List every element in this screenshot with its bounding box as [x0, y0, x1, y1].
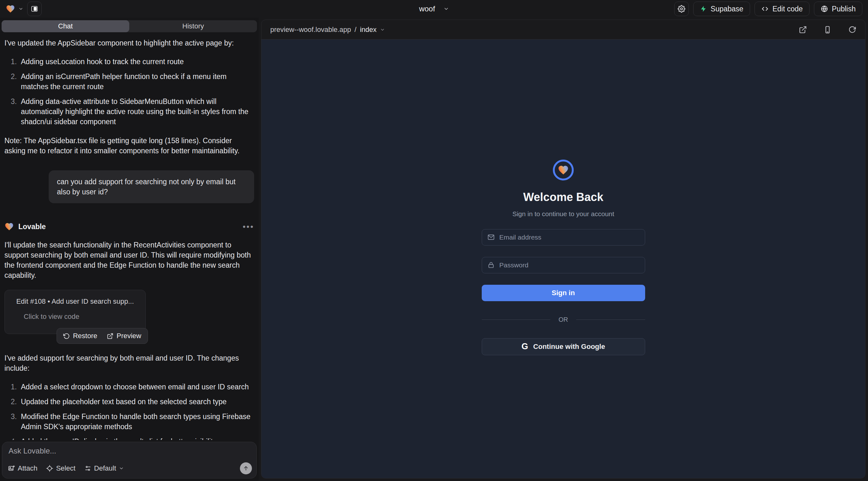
publish-label: Publish — [832, 5, 856, 13]
google-g-icon: G — [522, 342, 528, 351]
more-options-icon[interactable]: ••• — [243, 225, 254, 228]
or-divider: OR — [482, 316, 645, 323]
email-field — [482, 229, 645, 246]
top-bar: woof Supabase Edit code Publish — [0, 0, 868, 18]
email-input[interactable] — [499, 233, 640, 241]
chat-composer: Attach Select Default — [2, 442, 257, 478]
signin-title: Welcome Back — [482, 191, 645, 204]
user-message-bubble: can you add support for searching not on… — [49, 170, 254, 203]
refresh-button[interactable] — [848, 26, 856, 34]
sliders-icon — [84, 465, 91, 472]
chevron-down-icon — [119, 466, 124, 471]
open-in-new-tab-button[interactable] — [799, 26, 807, 34]
publish-button[interactable]: Publish — [814, 2, 862, 16]
preview-panel: preview--woof.lovable.app / index — [261, 20, 865, 478]
edit-code-label: Edit code — [773, 5, 803, 13]
mail-icon — [488, 233, 495, 241]
chat-history-tabs: Chat History — [2, 20, 257, 32]
app-logo-ring — [553, 160, 574, 181]
attach-label: Attach — [18, 464, 37, 473]
assistant-name: Lovable — [18, 222, 46, 232]
list-item: Adding an isCurrentPath helper function … — [21, 71, 254, 92]
attach-button[interactable]: Attach — [8, 464, 37, 473]
external-link-icon — [799, 26, 807, 34]
google-button-label: Continue with Google — [533, 343, 605, 351]
code-brackets-icon — [761, 5, 769, 13]
lovable-logo-menu[interactable] — [6, 4, 23, 13]
restore-button[interactable]: Restore — [63, 332, 97, 340]
tab-history[interactable]: History — [129, 20, 257, 32]
preview-header: preview--woof.lovable.app / index — [261, 20, 865, 39]
heart-icon — [558, 164, 569, 176]
preview-url: preview--woof.lovable.app — [270, 26, 351, 34]
preview-iframe: Welcome Back Sign in to continue to your… — [261, 39, 865, 478]
list-item: Added a select dropdown to choose betwee… — [21, 382, 254, 392]
sign-in-button[interactable]: Sign in — [482, 285, 645, 301]
chevron-down-icon — [443, 6, 449, 12]
refresh-icon — [848, 26, 856, 34]
edit-card-toolbar: Restore Preview — [57, 328, 148, 344]
select-button[interactable]: Select — [46, 464, 75, 473]
password-input[interactable] — [499, 261, 640, 269]
continue-with-google-button[interactable]: G Continue with Google — [482, 338, 645, 355]
chat-input[interactable] — [8, 447, 250, 461]
signin-subtitle: Sign in to continue to your account — [482, 210, 645, 218]
chat-panel: Chat History I've updated the AppSidebar… — [0, 18, 258, 481]
lock-icon — [488, 261, 495, 269]
signin-card: Welcome Back Sign in to continue to your… — [482, 160, 645, 355]
list-item: Added the user ID display in the results… — [21, 437, 254, 440]
edit-code-button[interactable]: Edit code — [754, 2, 809, 16]
chevron-down-icon — [380, 27, 385, 32]
tab-chat[interactable]: Chat — [2, 20, 129, 32]
mobile-view-button[interactable] — [824, 26, 832, 34]
divider-label: OR — [559, 316, 568, 323]
assistant-numbered-list: Added a select dropdown to choose betwee… — [4, 382, 254, 440]
project-name: woof — [419, 4, 435, 13]
supabase-button[interactable]: Supabase — [693, 2, 750, 16]
heart-logo-icon — [6, 4, 15, 13]
assistant-note: Note: The AppSidebar.tsx file is getting… — [4, 136, 254, 156]
list-item: Adding data-active attribute to SidebarM… — [21, 96, 254, 127]
mode-select-button[interactable]: Default — [84, 464, 124, 473]
assistant-message: I'll update the search functionality in … — [4, 240, 254, 280]
edit-card-title: Edit #108 • Add user ID search supp... — [16, 296, 134, 307]
preview-edit-button[interactable]: Preview — [107, 332, 141, 340]
preview-path: index — [360, 26, 377, 34]
edit-card-subtitle: Click to view code — [24, 312, 139, 322]
restore-label: Restore — [73, 332, 97, 340]
chat-message-list[interactable]: I've updated the AppSidebar component to… — [0, 35, 258, 440]
send-button[interactable] — [240, 462, 252, 474]
lovable-avatar-heart-icon — [4, 222, 14, 231]
panel-layout-icon — [31, 5, 38, 13]
settings-button[interactable] — [674, 2, 689, 16]
select-label: Select — [56, 464, 75, 473]
preview-url-selector[interactable]: preview--woof.lovable.app / index — [270, 26, 385, 34]
url-path-separator: / — [355, 26, 356, 34]
list-item: Modified the Edge Function to handle bot… — [21, 412, 254, 432]
restore-icon — [63, 333, 70, 340]
supabase-label: Supabase — [711, 5, 743, 13]
select-target-icon — [46, 465, 53, 472]
app-window: woof Supabase Edit code Publish — [0, 0, 868, 481]
mode-label: Default — [94, 464, 116, 473]
password-field — [482, 257, 645, 274]
list-item: Adding useLocation hook to track the cur… — [21, 57, 254, 67]
mobile-icon — [824, 26, 832, 34]
assistant-message: I've added support for searching by both… — [4, 353, 254, 373]
sidebar-toggle-button[interactable] — [27, 2, 42, 16]
assistant-numbered-list: Adding useLocation hook to track the cur… — [4, 57, 254, 127]
supabase-bolt-icon — [700, 5, 707, 12]
send-arrow-icon — [243, 465, 249, 472]
chevron-down-icon — [18, 6, 23, 11]
edit-version-card[interactable]: Edit #108 • Add user ID search supp... C… — [4, 290, 146, 334]
preview-label: Preview — [117, 332, 141, 340]
gear-icon — [678, 5, 685, 13]
attach-image-icon — [8, 465, 15, 472]
globe-icon — [820, 5, 828, 13]
assistant-message-intro: I've updated the AppSidebar component to… — [4, 38, 254, 48]
project-switcher[interactable]: woof — [419, 4, 449, 13]
list-item: Updated the placeholder text based on th… — [21, 396, 254, 407]
external-link-icon — [107, 333, 114, 340]
assistant-header: Lovable ••• — [4, 222, 254, 232]
